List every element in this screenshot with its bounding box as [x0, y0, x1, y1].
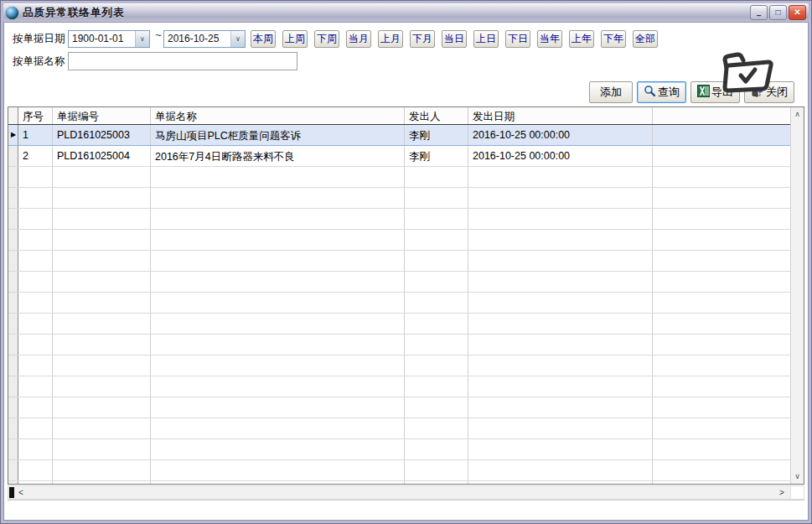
- table-row[interactable]: [8, 481, 790, 484]
- filter-panel: 按单据日期 1900-01-01 ∨ ~ 2016-10-25 ∨ 本周上周下周…: [8, 23, 804, 78]
- issuer-cell: [404, 272, 468, 292]
- issue-date-cell: [468, 418, 652, 438]
- quick-range-button[interactable]: 下年: [601, 30, 626, 48]
- grid-scroll-region: 序号 单据编号 单据名称 发出人 发出日期 ▶1PLD161025003马房山项…: [8, 107, 790, 484]
- table-row[interactable]: [8, 272, 790, 293]
- issue-date-cell: [468, 293, 652, 313]
- doc-no-cell: [52, 230, 150, 250]
- add-button[interactable]: 添加: [589, 81, 633, 103]
- query-button[interactable]: 查询: [637, 81, 686, 103]
- table-row[interactable]: [8, 376, 790, 397]
- app-icon: [6, 7, 18, 19]
- doc-name-cell: 马房山项目PLC柜质量问题客诉: [150, 125, 404, 145]
- column-header-doc-no[interactable]: 单据编号: [52, 107, 150, 124]
- row-indicator-cell: [8, 397, 18, 418]
- quick-range-button[interactable]: 下日: [505, 30, 530, 48]
- row-indicator-cell: [8, 209, 18, 229]
- doc-name-cell: [150, 418, 404, 438]
- row-indicator-cell: [8, 335, 18, 355]
- seq-cell: [18, 460, 52, 480]
- title-bar[interactable]: 品质异常联络单列表 – □ ✕: [3, 3, 809, 22]
- quick-range-button[interactable]: 上月: [378, 30, 403, 48]
- date-to-combobox[interactable]: 2016-10-25 ∨: [163, 30, 246, 48]
- row-indicator-cell: [8, 167, 18, 187]
- extra-cell: [652, 167, 790, 187]
- date-from-combobox[interactable]: 1900-01-01 ∨: [68, 30, 150, 48]
- table-row[interactable]: [8, 167, 790, 188]
- minimize-button[interactable]: –: [750, 5, 768, 20]
- quick-range-button[interactable]: 上周: [282, 30, 308, 48]
- table-row[interactable]: [8, 460, 790, 481]
- quick-range-button[interactable]: 当年: [537, 30, 562, 48]
- table-row[interactable]: 2PLD1610250042016年7月4日断路器来料不良李刚2016-10-2…: [8, 146, 790, 167]
- grid-header-row: 序号 单据编号 单据名称 发出人 发出日期: [8, 107, 790, 125]
- row-indicator-cell: [8, 481, 18, 484]
- table-row[interactable]: [8, 188, 790, 209]
- doc-name-cell: 2016年7月4日断路器来料不良: [150, 146, 404, 166]
- table-row[interactable]: [8, 251, 790, 272]
- quick-range-button[interactable]: 下月: [410, 30, 435, 48]
- doc-no-cell: [52, 314, 150, 334]
- quick-range-button[interactable]: 当月: [346, 30, 371, 48]
- issue-date-cell: [468, 355, 652, 376]
- table-row[interactable]: [8, 439, 790, 460]
- issue-date-cell: [468, 209, 652, 229]
- extra-cell: [652, 251, 790, 271]
- issue-date-cell: [468, 481, 652, 484]
- query-button-label: 查询: [658, 85, 680, 100]
- row-indicator-cell: ▶: [8, 125, 18, 145]
- doc-name-cell: [150, 481, 404, 484]
- table-row[interactable]: [8, 335, 790, 355]
- scroll-down-icon[interactable]: ∨: [791, 470, 804, 484]
- extra-cell: [652, 272, 790, 292]
- doc-name-cell: [150, 272, 404, 292]
- chevron-down-icon[interactable]: ∨: [135, 31, 149, 47]
- table-row[interactable]: [8, 355, 790, 376]
- doc-no-cell: [52, 460, 150, 480]
- doc-name-input[interactable]: [68, 52, 297, 70]
- horizontal-scrollbar[interactable]: < >: [8, 485, 804, 500]
- table-row[interactable]: [8, 293, 790, 314]
- seq-cell: [18, 418, 52, 438]
- issuer-cell: [404, 251, 468, 271]
- table-row[interactable]: [8, 230, 790, 251]
- add-button-label: 添加: [600, 85, 622, 100]
- issuer-cell: [404, 167, 468, 187]
- issue-date-cell: [468, 397, 652, 418]
- scroll-up-icon[interactable]: ∧: [791, 107, 804, 122]
- quick-range-button[interactable]: 下周: [314, 30, 339, 48]
- vertical-scrollbar[interactable]: ∧ ∨: [790, 107, 804, 484]
- table-row[interactable]: [8, 397, 790, 418]
- table-row[interactable]: [8, 209, 790, 230]
- scroll-right-icon[interactable]: >: [775, 488, 789, 497]
- grid-body: ▶1PLD161025003马房山项目PLC柜质量问题客诉李刚2016-10-2…: [8, 125, 790, 484]
- seq-cell: [18, 230, 52, 250]
- quick-range-button[interactable]: 上年: [569, 30, 594, 48]
- extra-cell: [652, 314, 790, 334]
- issue-date-cell: [468, 460, 652, 480]
- column-header-issuer[interactable]: 发出人: [404, 107, 468, 124]
- name-filter-row: 按单据名称: [8, 51, 804, 71]
- window-controls: – □ ✕: [750, 5, 806, 20]
- column-header-doc-name[interactable]: 单据名称: [150, 107, 404, 124]
- quick-range-button[interactable]: 当日: [442, 30, 467, 48]
- table-row[interactable]: [8, 418, 790, 439]
- seq-cell: [18, 481, 52, 484]
- issuer-cell: 李刚: [404, 146, 468, 166]
- quick-range-button[interactable]: 本周: [251, 30, 276, 48]
- quick-range-button[interactable]: 上日: [473, 30, 499, 48]
- doc-no-cell: [52, 335, 150, 355]
- maximize-button[interactable]: □: [769, 5, 787, 20]
- doc-name-cell: [150, 251, 404, 271]
- doc-name-cell: [150, 460, 404, 480]
- quick-range-button[interactable]: 全部: [633, 30, 658, 48]
- scroll-left-icon[interactable]: <: [14, 488, 28, 497]
- column-header-issue-date[interactable]: 发出日期: [468, 107, 652, 124]
- issue-date-cell: [468, 376, 652, 397]
- table-row[interactable]: [8, 314, 790, 335]
- row-indicator-cell: [8, 439, 18, 459]
- column-header-seq[interactable]: 序号: [18, 107, 52, 124]
- chevron-down-icon[interactable]: ∨: [230, 31, 245, 47]
- close-window-button[interactable]: ✕: [789, 5, 806, 20]
- table-row[interactable]: ▶1PLD161025003马房山项目PLC柜质量问题客诉李刚2016-10-2…: [8, 125, 790, 146]
